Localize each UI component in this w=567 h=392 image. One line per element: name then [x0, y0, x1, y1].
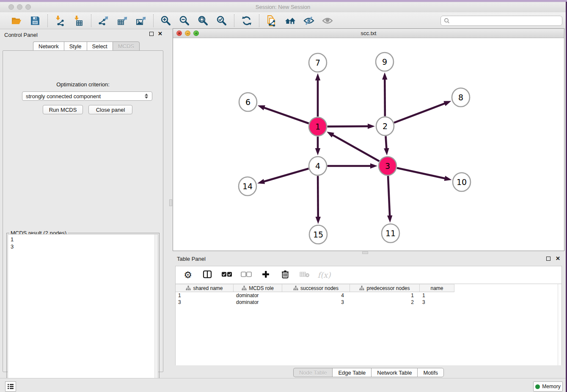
- graph-edge-1-6[interactable]: [261, 107, 308, 123]
- function-icon: f(x): [318, 271, 331, 279]
- graph-edge-4-15[interactable]: [318, 176, 318, 219]
- graph-edge-3-11[interactable]: [388, 176, 390, 218]
- import-table-button[interactable]: [72, 14, 85, 27]
- table-cell[interactable]: dominator: [234, 292, 282, 299]
- zoom-out-button[interactable]: [178, 14, 191, 27]
- add-row-button[interactable]: [259, 269, 272, 282]
- dropdown-stepper-icon: [143, 93, 149, 99]
- hide-neighbors-icon: [303, 15, 315, 27]
- table-cell[interactable]: 2: [350, 299, 420, 306]
- graph-node-label: 7: [315, 58, 320, 67]
- table-cell[interactable]: 3: [176, 299, 234, 306]
- graph-edge-2-8[interactable]: [394, 102, 447, 123]
- table-cell[interactable]: 3: [420, 299, 454, 306]
- table-cell[interactable]: dominator: [234, 299, 282, 306]
- tab-node-table[interactable]: Node Table: [293, 368, 333, 377]
- import-network-button[interactable]: [54, 14, 66, 27]
- show-eye-button[interactable]: [321, 14, 334, 27]
- run-mcds-button[interactable]: Run MCDS: [43, 105, 83, 114]
- network-graph[interactable]: 7968124314101511: [173, 38, 564, 251]
- memory-button[interactable]: Memory: [533, 381, 563, 392]
- split-columns-icon: [203, 270, 212, 280]
- table-float-icon[interactable]: [546, 257, 550, 261]
- criterion-dropdown-value: strongly connected component: [26, 93, 101, 99]
- export-image-button[interactable]: [135, 14, 147, 27]
- unselect-all-button[interactable]: [240, 269, 253, 282]
- graph-edge-3-1[interactable]: [330, 134, 379, 161]
- network-canvas[interactable]: 7968124314101511: [173, 38, 564, 251]
- graph-edge-1-2[interactable]: [327, 126, 370, 127]
- table-panel: Table Panel ✕ ⚙f(x) shared nameMCDS role…: [173, 254, 564, 378]
- gear-button[interactable]: ⚙: [182, 269, 194, 282]
- column-type-icon: [293, 286, 298, 290]
- zoom-in-button[interactable]: [160, 14, 172, 27]
- control-panel-title: Control Panel: [4, 32, 38, 38]
- export-table-button[interactable]: [116, 14, 129, 27]
- network-window-titlebar[interactable]: ✕ − + scc.txt: [173, 29, 564, 38]
- memory-status-icon: [535, 384, 540, 389]
- tab-style[interactable]: Style: [64, 41, 87, 51]
- table-cell[interactable]: 4: [282, 292, 350, 299]
- graph-edge-arrowhead: [257, 179, 265, 184]
- table-scrollbar[interactable]: [558, 284, 561, 365]
- column-header-predecessor-nodes[interactable]: predecessor nodes: [350, 284, 420, 292]
- home-button[interactable]: [284, 14, 297, 27]
- open-session-button[interactable]: [10, 14, 23, 27]
- table-row[interactable]: 3dominator323: [176, 299, 561, 306]
- function-button: f(x): [318, 269, 330, 282]
- mcds-result-text[interactable]: 1 3: [8, 234, 158, 391]
- save-session-button[interactable]: [29, 14, 41, 27]
- column-type-icon: [359, 286, 364, 290]
- float-panel-icon[interactable]: [149, 32, 154, 36]
- network-file-button[interactable]: [265, 14, 278, 27]
- select-all-button[interactable]: [220, 269, 233, 282]
- graph-edge-3-10[interactable]: [397, 168, 448, 179]
- tab-select[interactable]: Select: [87, 41, 113, 51]
- zoom-selected-icon: [216, 15, 228, 27]
- column-type-icon: [186, 286, 191, 290]
- close-panel-button[interactable]: Close panel: [88, 105, 132, 114]
- table-cell[interactable]: 1: [176, 292, 234, 299]
- graph-edge-4-14[interactable]: [261, 168, 308, 182]
- criterion-dropdown[interactable]: strongly connected component: [22, 91, 152, 101]
- tab-network[interactable]: Network: [33, 41, 64, 51]
- task-history-button[interactable]: [5, 381, 16, 392]
- hide-neighbors-button[interactable]: [303, 14, 315, 27]
- export-network-button[interactable]: [97, 14, 110, 27]
- zoom-fit-button[interactable]: [197, 14, 209, 27]
- graph-edge-arrowhead: [382, 72, 387, 80]
- save-session-icon: [29, 15, 41, 27]
- search-input[interactable]: [450, 17, 562, 25]
- graph-edge-2-9[interactable]: [385, 77, 385, 116]
- table-cell[interactable]: 1: [350, 292, 420, 299]
- tab-motifs[interactable]: Motifs: [417, 368, 444, 377]
- tab-network-table[interactable]: Network Table: [371, 368, 417, 377]
- table-cell[interactable]: 1: [420, 292, 454, 299]
- table-close-icon[interactable]: ✕: [556, 257, 560, 261]
- column-header-MCDS-role[interactable]: MCDS role: [234, 284, 282, 292]
- tab-edge-table[interactable]: Edge Table: [332, 368, 371, 377]
- column-header-successor-nodes[interactable]: successor nodes: [282, 284, 350, 292]
- graph-edge-arrowhead: [316, 217, 321, 224]
- zoom-selected-button[interactable]: [215, 14, 228, 27]
- node-table: shared nameMCDS rolesuccessor nodesprede…: [175, 284, 562, 365]
- graph-edge-arrowhead: [384, 148, 389, 155]
- tab-mcds[interactable]: MCDS: [113, 41, 140, 51]
- split-columns-button[interactable]: [201, 269, 214, 282]
- refresh-layout-button[interactable]: [240, 14, 253, 27]
- delete-table-icon: [300, 271, 310, 279]
- table-panel-title: Table Panel: [177, 256, 206, 262]
- graph-node-label: 6: [245, 97, 250, 107]
- table-row[interactable]: 1dominator411: [176, 292, 561, 299]
- open-session-icon: [11, 15, 22, 27]
- vertical-splitter-handle[interactable]: [169, 199, 172, 206]
- window-title: Session: New Session: [0, 4, 566, 10]
- column-header-shared-name[interactable]: shared name: [176, 284, 234, 292]
- column-header-name[interactable]: name: [420, 284, 454, 292]
- search-box[interactable]: [440, 16, 562, 26]
- mcds-result-scrollbar[interactable]: [154, 235, 158, 390]
- table-cell[interactable]: 3: [282, 299, 350, 306]
- close-panel-icon[interactable]: ✕: [158, 32, 162, 36]
- delete-table-button: [298, 269, 311, 282]
- delete-row-button[interactable]: [279, 269, 292, 282]
